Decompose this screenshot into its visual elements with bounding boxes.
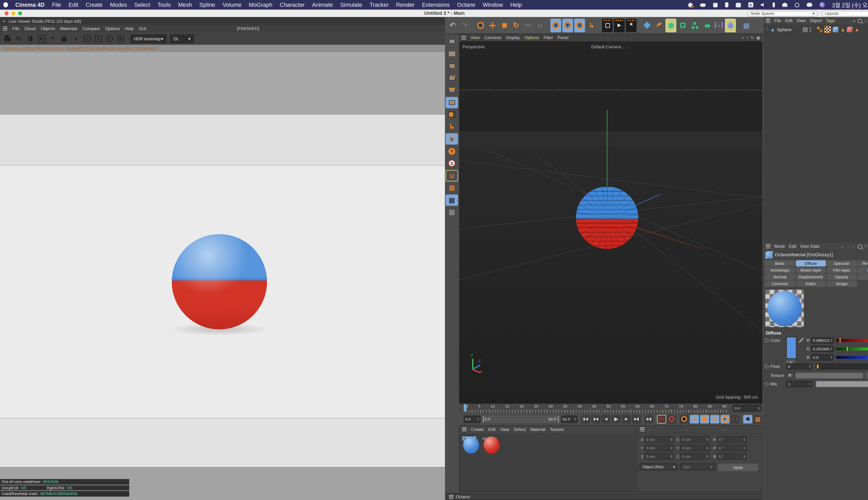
simulation-off-button[interactable]: S bbox=[446, 158, 458, 169]
octane-render-icon[interactable] bbox=[3, 35, 11, 43]
viewport-menu-panel[interactable]: Panel bbox=[558, 35, 569, 40]
render-settings-button[interactable]: * bbox=[626, 19, 637, 32]
history-forward-icon[interactable]: → bbox=[847, 244, 851, 248]
dolly-view-icon[interactable]: ↕ bbox=[746, 35, 749, 40]
record-keyframe-button[interactable] bbox=[657, 415, 666, 423]
apple-logo-icon[interactable] bbox=[3, 2, 8, 7]
point-mode-button[interactable] bbox=[446, 72, 458, 83]
tab-bump[interactable]: Bump bbox=[857, 267, 868, 273]
overflow-arrow-icon[interactable]: ▸ bbox=[854, 19, 856, 23]
add-primitive-button[interactable] bbox=[642, 19, 652, 32]
color-anim-toggle[interactable] bbox=[765, 338, 769, 342]
menu-icon[interactable] bbox=[640, 428, 644, 431]
size-mode-dropdown[interactable]: Size▾ bbox=[680, 463, 715, 470]
redo-button[interactable]: ↷ bbox=[459, 19, 470, 32]
start-frame-field[interactable]: 0 F▴▾ bbox=[464, 415, 480, 423]
previous-frame-button[interactable]: ◀ bbox=[601, 415, 610, 423]
key-pla-button[interactable]: ⋮⋮ bbox=[731, 415, 740, 423]
stack-icon[interactable] bbox=[735, 3, 741, 7]
viewport-menu-options[interactable]: Options bbox=[524, 35, 539, 40]
tab-basic[interactable]: Basic bbox=[765, 260, 795, 266]
mix-slider[interactable] bbox=[816, 381, 868, 387]
simulation-on-button[interactable]: S bbox=[446, 146, 458, 157]
live-viewer-menu-item[interactable]: Compare bbox=[82, 26, 100, 31]
tab-opacity[interactable]: Opacity bbox=[826, 274, 857, 280]
move-tool[interactable] bbox=[487, 19, 498, 32]
camera-label[interactable]: Default Camera ⋮⋮ bbox=[590, 44, 630, 50]
current-frame-spinner[interactable]: 0 F▴▾ bbox=[733, 405, 761, 411]
menu-icon[interactable] bbox=[766, 244, 770, 248]
live-viewer-menu-item[interactable]: GUI bbox=[139, 26, 146, 31]
material-octglossy-blue[interactable]: OctGlos bbox=[462, 436, 480, 461]
polygon-selection-tag-icon[interactable]: ▲ bbox=[840, 26, 845, 32]
kernel-dropdown[interactable]: DL▾ bbox=[170, 34, 194, 43]
mograph-button[interactable]: ◆◆ bbox=[701, 19, 712, 32]
menubar-item[interactable]: Character bbox=[280, 2, 305, 8]
object-row-sphere[interactable]: └ ▲ Sphere ∕ ▲ ▲ bbox=[764, 25, 868, 34]
tab-roughness[interactable]: Roughness bbox=[857, 260, 868, 266]
end-frame-field[interactable]: 90 F▴▾ bbox=[561, 415, 578, 423]
tab-anisotropy[interactable]: Anisotropy bbox=[765, 267, 795, 273]
size-x-field[interactable]: 0 cm▴▾ bbox=[680, 436, 710, 443]
control-center-icon[interactable] bbox=[807, 3, 812, 7]
spotlight-icon[interactable] bbox=[795, 3, 799, 7]
menubar-item[interactable]: Create bbox=[85, 2, 103, 8]
float-slider[interactable] bbox=[816, 363, 868, 369]
render-view-button[interactable] bbox=[602, 19, 613, 32]
menu-icon[interactable] bbox=[462, 428, 467, 431]
array-grid-button[interactable]: ▦ bbox=[741, 19, 752, 32]
x-axis-lock-button[interactable]: X bbox=[550, 19, 561, 32]
scale-tool[interactable] bbox=[499, 19, 510, 32]
subdivision-surface-button[interactable] bbox=[665, 19, 676, 32]
om-menu-object[interactable]: Object bbox=[810, 18, 822, 23]
lock-resolution-icon[interactable] bbox=[60, 35, 68, 43]
menubar-item[interactable]: Tracker bbox=[369, 2, 389, 8]
menubar-item[interactable]: Render bbox=[396, 2, 414, 8]
node-spaces-dropdown[interactable]: Node Spaces▾ bbox=[747, 10, 818, 16]
coordinate-system-toggle[interactable]: ↑↓ bbox=[535, 19, 545, 32]
rot-h-field[interactable]: 0 °▴▾ bbox=[717, 436, 747, 443]
menubar-item[interactable]: Volume bbox=[222, 2, 241, 8]
attr-menu-mode[interactable]: Mode bbox=[774, 244, 785, 249]
input-source-icon[interactable]: A bbox=[748, 2, 753, 7]
r-slider[interactable] bbox=[836, 339, 868, 341]
snap-magnet-button[interactable]: ∪ bbox=[446, 170, 458, 181]
volume-icon[interactable] bbox=[761, 3, 765, 7]
menubar-item[interactable]: Spline bbox=[199, 2, 215, 8]
om-menu-view[interactable]: View bbox=[797, 18, 806, 23]
last-tool-psr[interactable]: PSR bbox=[523, 19, 534, 32]
material-menu-item[interactable]: Texture bbox=[550, 427, 564, 432]
texture-tag-selected-icon[interactable] bbox=[824, 26, 831, 33]
deformer-button[interactable] bbox=[725, 19, 736, 32]
tab-common[interactable]: Common bbox=[765, 281, 795, 287]
tab-displacement[interactable]: Displacement bbox=[796, 274, 826, 280]
history-back-icon[interactable]: ← bbox=[841, 244, 845, 248]
menubar-item[interactable]: File bbox=[52, 2, 61, 8]
next-key-button[interactable]: ▶▮ bbox=[632, 415, 641, 423]
live-viewer-menu-item[interactable]: File bbox=[12, 26, 19, 31]
key-position-button[interactable] bbox=[690, 415, 699, 423]
menubar-item[interactable]: Octane bbox=[457, 2, 475, 8]
siri-icon[interactable] bbox=[819, 2, 824, 7]
octane-status-icon[interactable] bbox=[688, 3, 693, 7]
object-name[interactable]: Sphere bbox=[777, 27, 791, 32]
rot-p-field[interactable]: 0 °▴▾ bbox=[717, 444, 747, 451]
pos-z-field[interactable]: 0 cm▴▾ bbox=[644, 453, 674, 460]
goto-start-button[interactable]: ▮◀ bbox=[581, 415, 590, 423]
om-menu-edit[interactable]: Edit bbox=[785, 18, 792, 23]
region-render-icon[interactable]: R bbox=[37, 35, 45, 43]
autokey-button[interactable] bbox=[667, 415, 676, 423]
texture-mode-button[interactable] bbox=[446, 60, 458, 71]
viewport-menu-cameras[interactable]: Cameras bbox=[484, 35, 501, 40]
live-viewer-menu-item[interactable]: Objects bbox=[41, 26, 55, 31]
g-value-field[interactable]: 0.291949▴▾ bbox=[811, 345, 834, 352]
key-parameter-button[interactable]: P bbox=[720, 415, 730, 423]
polygon-mode-button[interactable] bbox=[446, 97, 458, 108]
attr-menu-edit[interactable]: Edit bbox=[789, 244, 796, 249]
menubar-item[interactable]: Mesh bbox=[178, 2, 192, 8]
pan-view-icon[interactable]: + bbox=[742, 35, 744, 40]
menubar-item[interactable]: Window bbox=[483, 2, 503, 8]
workplane-button[interactable]: ▦ bbox=[446, 182, 458, 193]
tab-sheen-layer[interactable]: Sheen layer bbox=[796, 267, 826, 273]
phone-icon[interactable] bbox=[725, 2, 728, 7]
